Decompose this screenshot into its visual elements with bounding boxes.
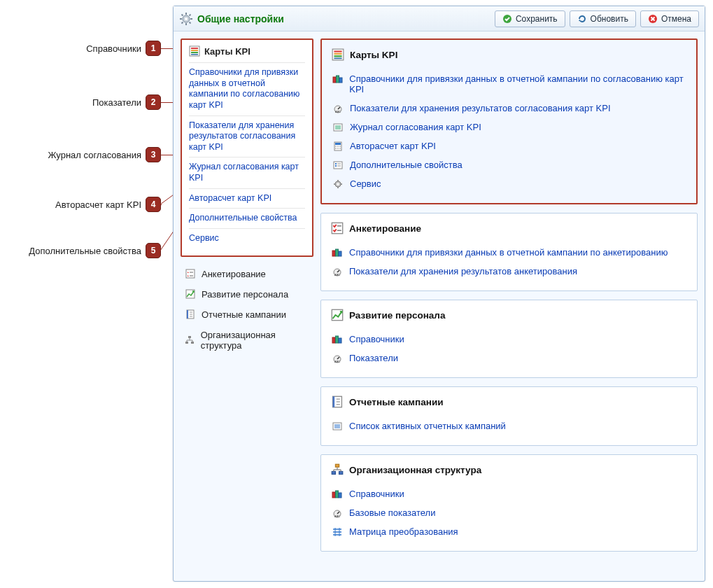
panel-item-label: Показатели для хранения результатов анке… bbox=[349, 266, 577, 276]
refresh-icon bbox=[577, 14, 587, 24]
kpi-cards-icon bbox=[189, 46, 200, 57]
sidebar-item-label: Анкетирование bbox=[202, 269, 266, 279]
annotation-badge: 1 bbox=[146, 41, 161, 56]
sidebar-expanded-kpi: Карты KPI Справочники для привязки данны… bbox=[181, 38, 313, 257]
panel-item[interactable]: ABCПоказатели для хранения результатов с… bbox=[332, 99, 686, 118]
annotation-badge: 4 bbox=[146, 197, 161, 212]
sidebar-link[interactable]: Показатели для хранения результатов согл… bbox=[189, 115, 305, 158]
svg-line-8 bbox=[182, 14, 183, 15]
notebook-icon bbox=[331, 396, 344, 408]
svg-line-10 bbox=[190, 14, 191, 15]
panel-item[interactable]: ABCПоказатели bbox=[331, 349, 687, 368]
panel-item-label: Показатели bbox=[349, 353, 398, 363]
panel-item[interactable]: Авторасчет карт KPI bbox=[332, 136, 686, 155]
panel-item-label: Дополнительные свойства bbox=[350, 160, 463, 170]
svg-rect-41 bbox=[336, 76, 339, 83]
svg-rect-36 bbox=[334, 50, 341, 52]
svg-rect-94 bbox=[335, 464, 339, 467]
panel-report-campaigns: Отчетные кампании Список активных отчетн… bbox=[320, 386, 698, 446]
panel-item[interactable]: Матрица преобразования bbox=[331, 522, 687, 541]
sidebar: Карты KPI Справочники для привязки данны… bbox=[181, 38, 313, 574]
panel-kpi-cards: Карты KPI Справочники для привязки данны… bbox=[320, 38, 698, 204]
sidebar-link[interactable]: Дополнительные свойства bbox=[189, 208, 305, 228]
svg-rect-96 bbox=[339, 472, 343, 475]
panel-survey: Анкетирование Справочники для привязки д… bbox=[320, 213, 698, 291]
svg-rect-28 bbox=[188, 336, 191, 338]
svg-text:ABC: ABC bbox=[334, 360, 340, 363]
svg-rect-80 bbox=[336, 336, 339, 343]
panel-item[interactable]: Журнал согласования карт KPI bbox=[332, 118, 686, 136]
notebook-icon bbox=[185, 309, 196, 319]
sidebar-item-label: Развитие персонала bbox=[202, 289, 288, 300]
panel-item[interactable]: ABCБазовые показатели bbox=[331, 503, 687, 522]
svg-line-9 bbox=[190, 22, 191, 23]
panel-item[interactable]: Справочники bbox=[331, 484, 687, 503]
panel-item-label: Справочники bbox=[349, 334, 404, 344]
sidebar-item-development[interactable]: Развитие персонала bbox=[181, 284, 313, 304]
sidebar-item-survey[interactable]: Анкетирование bbox=[181, 264, 313, 284]
svg-rect-69 bbox=[332, 223, 342, 233]
sidebar-expanded-header[interactable]: Карты KPI bbox=[189, 46, 305, 57]
panel-header: Отчетные кампании bbox=[331, 396, 687, 408]
panel-item[interactable]: Справочники bbox=[331, 330, 687, 349]
svg-rect-52 bbox=[335, 146, 337, 147]
svg-line-11 bbox=[182, 22, 183, 23]
panel-header: Анкетирование bbox=[331, 222, 687, 234]
annotation-label: Дополнительные свойства bbox=[29, 246, 141, 256]
svg-rect-53 bbox=[337, 146, 339, 147]
sidebar-link[interactable]: Журнал согласования карт KPI bbox=[189, 157, 305, 188]
sidebar-link[interactable]: Справочники для привязки данных в отчетн… bbox=[189, 62, 305, 115]
sidebar-link[interactable]: Авторасчет карт KPI bbox=[189, 188, 305, 209]
panel-development: Развитие персонала Справочники ABCПоказа… bbox=[320, 300, 698, 378]
panel-item-label: Авторасчет карт KPI bbox=[350, 141, 436, 151]
svg-rect-42 bbox=[339, 78, 342, 83]
growth-chart-icon bbox=[185, 289, 196, 299]
gauge-icon: ABC bbox=[332, 104, 344, 113]
panel-item-label: Справочники bbox=[349, 489, 404, 499]
panel-item-label: Показатели для хранения результатов согл… bbox=[350, 103, 611, 113]
gear-icon bbox=[179, 12, 193, 26]
svg-rect-18 bbox=[191, 54, 198, 55]
panel-header: Развитие персонала bbox=[331, 309, 687, 321]
annotation-label: Журнал согласования bbox=[48, 150, 141, 160]
svg-rect-15 bbox=[191, 48, 198, 49]
panel-item[interactable]: Справочники для привязки данных в отчетн… bbox=[331, 243, 687, 262]
panel-item-label: Справочники для привязки данных в отчетн… bbox=[349, 247, 668, 258]
list-icon bbox=[331, 421, 344, 431]
save-button[interactable]: Сохранить bbox=[495, 10, 565, 27]
panel-item[interactable]: Список активных отчетных кампаний bbox=[331, 416, 687, 435]
svg-rect-29 bbox=[185, 342, 188, 344]
sidebar-item-orgstructure[interactable]: Организационная структура bbox=[181, 325, 313, 356]
checklist-icon bbox=[331, 222, 344, 234]
gear-icon bbox=[332, 179, 344, 189]
annotation-badge: 2 bbox=[146, 94, 161, 110]
titlebar: Общие настройки Сохранить Обновить Отмен… bbox=[174, 6, 705, 31]
cancel-button[interactable]: Отмена bbox=[640, 10, 699, 27]
panel-item[interactable]: Справочники для привязки данных в отчетн… bbox=[332, 69, 686, 99]
refresh-button[interactable]: Обновить bbox=[570, 10, 636, 27]
panel-item[interactable]: ABCПоказатели для хранения результатов а… bbox=[331, 262, 687, 281]
panel-item-label: Базовые показатели bbox=[349, 507, 435, 518]
svg-rect-57 bbox=[339, 148, 341, 149]
svg-rect-37 bbox=[334, 53, 341, 55]
svg-rect-72 bbox=[332, 251, 335, 256]
svg-rect-40 bbox=[333, 77, 336, 83]
panel-item-label: Сервис bbox=[350, 178, 381, 189]
panel-item[interactable]: Сервис bbox=[332, 174, 686, 193]
annotation-label: Справочники bbox=[86, 43, 141, 54]
sidebar-item-reports[interactable]: Отчетные кампании bbox=[181, 304, 313, 325]
svg-rect-73 bbox=[336, 249, 339, 256]
sidebar-item-label: Отчетные кампании bbox=[202, 309, 286, 320]
kpi-cards-icon bbox=[332, 48, 344, 61]
svg-rect-95 bbox=[332, 472, 335, 475]
panel-item-label: Журнал согласования карт KPI bbox=[350, 122, 481, 132]
window-title: Общие настройки bbox=[197, 13, 284, 24]
svg-rect-54 bbox=[339, 146, 341, 147]
sidebar-link[interactable]: Сервис bbox=[189, 228, 305, 248]
panel-orgstructure: Организационная структура Справочники AB… bbox=[320, 454, 698, 552]
svg-rect-30 bbox=[191, 342, 194, 344]
properties-icon bbox=[332, 160, 344, 170]
panel-item[interactable]: Дополнительные свойства bbox=[332, 155, 686, 174]
books-icon bbox=[331, 248, 344, 258]
cancel-icon bbox=[648, 14, 658, 24]
